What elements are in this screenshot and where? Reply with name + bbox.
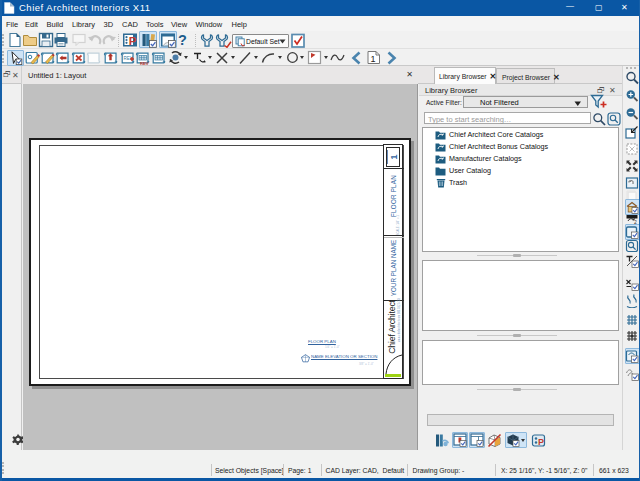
svg-text:1: 1 (371, 54, 376, 64)
svg-text:P: P (538, 437, 544, 447)
svg-text:P: P (128, 35, 136, 47)
svg-text:REV: REV (140, 61, 149, 66)
